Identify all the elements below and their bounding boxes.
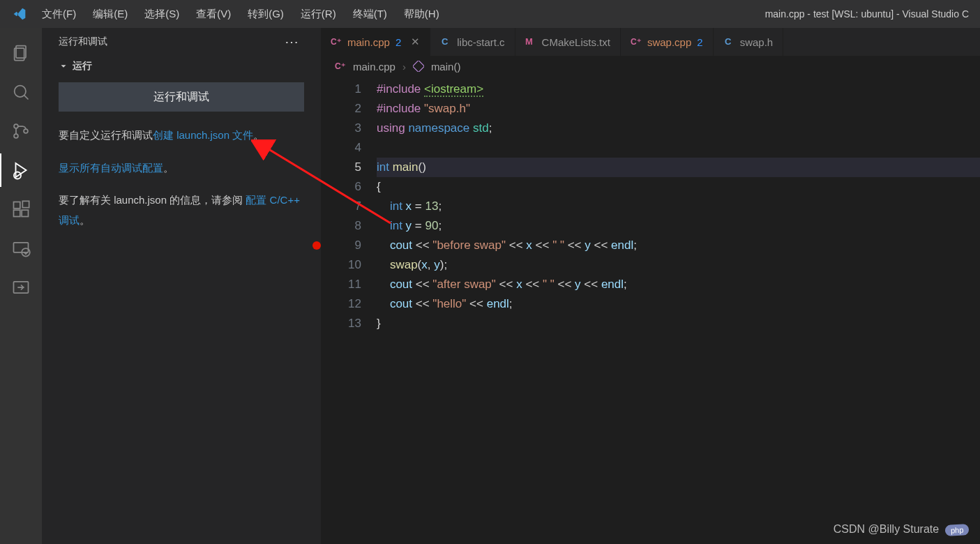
tab-label: libc-start.c — [457, 36, 504, 48]
side-section-label: 运行 — [73, 60, 92, 73]
side-section-run[interactable]: 运行 — [42, 56, 321, 77]
menu-run[interactable]: 运行(R) — [292, 3, 345, 25]
line-gutter: 12345678910111213 — [321, 80, 377, 333]
line-number[interactable]: 7 — [321, 197, 361, 216]
php-badge: php — [944, 524, 969, 536]
svg-point-6 — [24, 129, 28, 133]
tab-badge: 2 — [395, 36, 401, 48]
c-file-icon: C — [440, 36, 451, 47]
tab-swap-cpp[interactable]: C⁺swap.cpp2 — [621, 28, 714, 56]
output-icon[interactable] — [0, 271, 42, 304]
svg-line-3 — [24, 96, 29, 100]
vscode-logo-icon — [13, 7, 27, 21]
svg-rect-21 — [413, 61, 424, 72]
more-icon[interactable]: ⋯ — [279, 31, 304, 53]
breadcrumb-file[interactable]: main.cpp — [353, 61, 395, 73]
line-number[interactable]: 13 — [321, 314, 361, 333]
cpp-file-icon: C⁺ — [631, 36, 642, 47]
breadcrumb-separator: › — [402, 61, 406, 73]
tab-label: swap.cpp — [647, 36, 691, 48]
line-number[interactable]: 2 — [321, 99, 361, 119]
create-launch-link[interactable]: 创建 launch.json 文件 — [153, 129, 253, 141]
c-file-icon: C — [723, 36, 734, 47]
code-content[interactable]: #include <iostream> #include "swap.h" us… — [377, 80, 980, 333]
side-panel: 运行和调试 ⋯ 运行 运行和调试 要自定义运行和调试创建 launch.json… — [42, 28, 321, 544]
svg-text:C⁺: C⁺ — [331, 37, 341, 47]
cpp-file-icon: C⁺ — [331, 36, 342, 47]
line-number[interactable]: 11 — [321, 275, 361, 294]
svg-text:C: C — [725, 36, 732, 47]
line-number[interactable]: 6 — [321, 177, 361, 197]
line-number[interactable]: 9 — [321, 236, 361, 255]
svg-point-2 — [15, 86, 26, 97]
run-debug-icon[interactable] — [0, 153, 42, 187]
line-number[interactable]: 8 — [321, 216, 361, 236]
explorer-icon[interactable] — [0, 36, 42, 70]
svg-point-4 — [14, 124, 18, 128]
chevron-down-icon — [59, 61, 68, 71]
tab-label: CMakeLists.txt — [542, 36, 610, 48]
watermark: CSDN @Billy Sturate php — [834, 523, 969, 536]
side-text-showconfigs: 显示所有自动调试配置。 — [42, 158, 321, 191]
line-number[interactable]: 12 — [321, 294, 361, 314]
line-number[interactable]: 1 — [321, 80, 361, 99]
svg-text:C: C — [442, 36, 448, 47]
menu-view[interactable]: 查看(V) — [188, 3, 239, 25]
close-icon[interactable]: ✕ — [411, 36, 420, 48]
breadcrumbs[interactable]: C⁺ main.cpp › main() — [321, 56, 980, 77]
code-editor[interactable]: 12345678910111213 #include <iostream> #i… — [321, 77, 980, 333]
menu-terminal[interactable]: 终端(T) — [345, 3, 395, 25]
show-auto-debug-link[interactable]: 显示所有自动调试配置 — [59, 162, 163, 174]
tab-label: main.cpp — [347, 36, 390, 48]
line-number[interactable]: 5 — [321, 158, 361, 177]
activity-bar — [0, 28, 42, 544]
editor-tabs: C⁺main.cpp2✕Clibc-start.cMCMakeLists.txt… — [321, 28, 980, 56]
svg-rect-9 — [14, 210, 20, 216]
editor-area: C⁺main.cpp2✕Clibc-start.cMCMakeLists.txt… — [321, 28, 980, 544]
menu-select[interactable]: 选择(S) — [136, 3, 188, 25]
remote-icon[interactable] — [0, 232, 42, 265]
extensions-icon[interactable] — [0, 192, 42, 226]
tab-swap-h[interactable]: Cswap.h — [714, 28, 784, 56]
line-number[interactable]: 3 — [321, 119, 361, 138]
line-number[interactable]: 4 — [321, 138, 361, 158]
menu-file[interactable]: 文件(F) — [33, 3, 84, 25]
svg-text:C⁺: C⁺ — [335, 61, 345, 71]
menu-edit[interactable]: 编辑(E) — [84, 3, 136, 25]
menu-bar: 文件(F) 编辑(E) 选择(S) 查看(V) 转到(G) 运行(R) 终端(T… — [33, 3, 448, 25]
svg-rect-12 — [14, 243, 29, 252]
side-panel-title: 运行和调试 — [59, 36, 107, 48]
side-text-learn: 要了解有关 launch.json 的信息，请参阅 配置 C/C++ 调试。 — [42, 190, 321, 243]
tab-libc-start-c[interactable]: Clibc-start.c — [430, 28, 515, 56]
side-panel-header: 运行和调试 ⋯ — [42, 28, 321, 56]
svg-rect-11 — [22, 201, 29, 207]
tab-badge: 2 — [697, 36, 702, 48]
svg-text:M: M — [525, 36, 533, 47]
run-debug-button[interactable]: 运行和调试 — [59, 82, 304, 112]
line-number[interactable]: 10 — [321, 255, 361, 275]
breadcrumb-symbol[interactable]: main() — [431, 61, 461, 73]
svg-point-5 — [14, 134, 18, 138]
m-file-icon: M — [525, 36, 536, 47]
cpp-file-icon: C⁺ — [335, 61, 346, 72]
side-text-customize: 要自定义运行和调试创建 launch.json 文件。 — [42, 126, 321, 158]
breakpoint-icon[interactable] — [312, 241, 321, 250]
window-title: main.cpp - test [WSL: ubuntu] - Visual S… — [765, 8, 974, 20]
svg-rect-8 — [14, 202, 20, 209]
tab-CMakeLists-txt[interactable]: MCMakeLists.txt — [515, 28, 621, 56]
tab-main-cpp[interactable]: C⁺main.cpp2✕ — [321, 28, 430, 56]
search-icon[interactable] — [0, 75, 42, 109]
svg-rect-10 — [22, 210, 28, 216]
menu-goto[interactable]: 转到(G) — [239, 3, 292, 25]
title-bar: 文件(F) 编辑(E) 选择(S) 查看(V) 转到(G) 运行(R) 终端(T… — [0, 0, 980, 28]
menu-help[interactable]: 帮助(H) — [395, 3, 448, 25]
svg-text:C⁺: C⁺ — [631, 37, 641, 47]
source-control-icon[interactable] — [0, 114, 42, 148]
symbol-icon — [413, 61, 424, 72]
tab-label: swap.h — [740, 36, 774, 48]
